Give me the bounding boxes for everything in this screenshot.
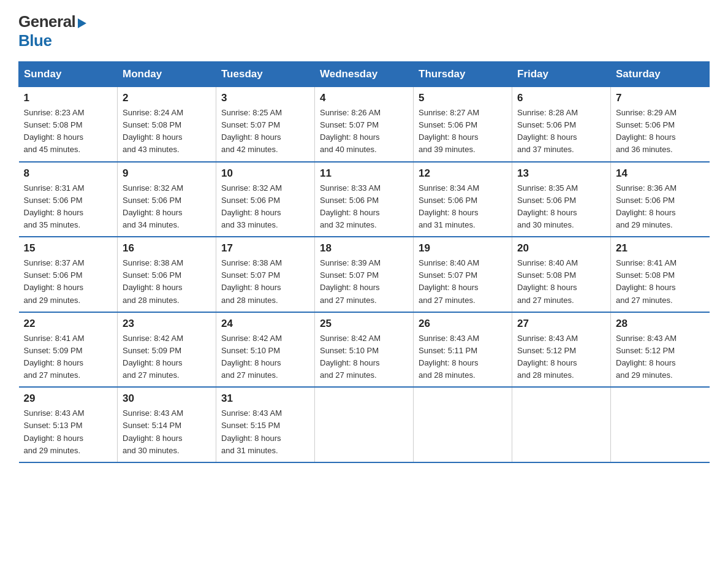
calendar-day-cell: 8 Sunrise: 8:31 AM Sunset: 5:06 PM Dayli… [19, 162, 118, 237]
day-info: Sunrise: 8:41 AM Sunset: 5:08 PM Dayligh… [616, 257, 705, 307]
calendar-week-row: 1 Sunrise: 8:23 AM Sunset: 5:08 PM Dayli… [19, 87, 710, 162]
calendar-day-cell: 26 Sunrise: 8:43 AM Sunset: 5:11 PM Dayl… [414, 312, 512, 388]
day-number: 12 [419, 167, 507, 180]
day-number: 3 [221, 92, 309, 104]
calendar-day-cell: 22 Sunrise: 8:41 AM Sunset: 5:09 PM Dayl… [19, 312, 118, 388]
day-number: 31 [221, 393, 309, 405]
day-of-week-header: Saturday [611, 62, 710, 87]
calendar-day-cell: 14 Sunrise: 8:36 AM Sunset: 5:06 PM Dayl… [611, 162, 710, 237]
day-info: Sunrise: 8:43 AM Sunset: 5:15 PM Dayligh… [221, 407, 309, 457]
day-number: 23 [123, 318, 211, 330]
calendar-day-cell: 27 Sunrise: 8:43 AM Sunset: 5:12 PM Dayl… [512, 312, 611, 388]
day-number: 20 [517, 242, 605, 255]
day-info: Sunrise: 8:34 AM Sunset: 5:06 PM Dayligh… [419, 182, 507, 232]
calendar-day-cell: 7 Sunrise: 8:29 AM Sunset: 5:06 PM Dayli… [611, 87, 710, 162]
day-info: Sunrise: 8:33 AM Sunset: 5:06 PM Dayligh… [320, 182, 408, 232]
day-number: 9 [123, 167, 211, 180]
calendar-day-cell: 2 Sunrise: 8:24 AM Sunset: 5:08 PM Dayli… [118, 87, 216, 162]
day-number: 21 [616, 242, 705, 255]
day-number: 1 [24, 92, 113, 104]
day-info: Sunrise: 8:42 AM Sunset: 5:10 PM Dayligh… [320, 332, 408, 382]
day-info: Sunrise: 8:36 AM Sunset: 5:06 PM Dayligh… [616, 182, 705, 232]
calendar-header-row: SundayMondayTuesdayWednesdayThursdayFrid… [19, 62, 710, 87]
day-of-week-header: Sunday [19, 62, 118, 87]
day-number: 4 [320, 92, 408, 104]
logo-blue-text: Blue [18, 31, 51, 50]
day-number: 5 [419, 92, 507, 104]
svg-marker-0 [78, 18, 86, 28]
day-info: Sunrise: 8:43 AM Sunset: 5:13 PM Dayligh… [24, 407, 113, 457]
day-number: 25 [320, 318, 408, 330]
day-number: 2 [123, 92, 211, 104]
day-number: 27 [517, 318, 605, 330]
day-number: 16 [123, 242, 211, 255]
day-number: 30 [123, 393, 211, 405]
day-number: 26 [419, 318, 507, 330]
calendar-day-cell: 10 Sunrise: 8:32 AM Sunset: 5:06 PM Dayl… [216, 162, 315, 237]
day-info: Sunrise: 8:27 AM Sunset: 5:06 PM Dayligh… [419, 107, 507, 156]
calendar-week-row: 22 Sunrise: 8:41 AM Sunset: 5:09 PM Dayl… [19, 312, 710, 388]
calendar-day-cell [315, 387, 414, 462]
day-info: Sunrise: 8:40 AM Sunset: 5:07 PM Dayligh… [419, 257, 507, 307]
day-info: Sunrise: 8:42 AM Sunset: 5:09 PM Dayligh… [123, 332, 211, 382]
day-info: Sunrise: 8:31 AM Sunset: 5:06 PM Dayligh… [24, 182, 113, 232]
day-info: Sunrise: 8:39 AM Sunset: 5:07 PM Dayligh… [320, 257, 408, 307]
day-number: 17 [221, 242, 309, 255]
calendar-day-cell: 18 Sunrise: 8:39 AM Sunset: 5:07 PM Dayl… [315, 237, 414, 312]
logo-triangle-icon [77, 16, 88, 28]
calendar-week-row: 15 Sunrise: 8:37 AM Sunset: 5:06 PM Dayl… [19, 237, 710, 312]
day-info: Sunrise: 8:26 AM Sunset: 5:07 PM Dayligh… [320, 107, 408, 156]
logo: General Blue [18, 12, 88, 50]
day-info: Sunrise: 8:43 AM Sunset: 5:14 PM Dayligh… [123, 407, 211, 457]
day-info: Sunrise: 8:38 AM Sunset: 5:07 PM Dayligh… [221, 257, 309, 307]
calendar-day-cell: 17 Sunrise: 8:38 AM Sunset: 5:07 PM Dayl… [216, 237, 315, 312]
calendar-day-cell: 9 Sunrise: 8:32 AM Sunset: 5:06 PM Dayli… [118, 162, 216, 237]
day-number: 18 [320, 242, 408, 255]
calendar-day-cell: 4 Sunrise: 8:26 AM Sunset: 5:07 PM Dayli… [315, 87, 414, 162]
calendar-day-cell: 21 Sunrise: 8:41 AM Sunset: 5:08 PM Dayl… [611, 237, 710, 312]
calendar-table: SundayMondayTuesdayWednesdayThursdayFrid… [18, 61, 710, 463]
day-info: Sunrise: 8:42 AM Sunset: 5:10 PM Dayligh… [221, 332, 309, 382]
calendar-day-cell: 23 Sunrise: 8:42 AM Sunset: 5:09 PM Dayl… [118, 312, 216, 388]
calendar-day-cell: 30 Sunrise: 8:43 AM Sunset: 5:14 PM Dayl… [118, 387, 216, 462]
day-number: 13 [517, 167, 605, 180]
calendar-day-cell: 15 Sunrise: 8:37 AM Sunset: 5:06 PM Dayl… [19, 237, 118, 312]
day-info: Sunrise: 8:43 AM Sunset: 5:11 PM Dayligh… [419, 332, 507, 382]
day-number: 22 [24, 318, 113, 330]
day-number: 7 [616, 92, 705, 104]
day-number: 28 [616, 318, 705, 330]
day-info: Sunrise: 8:40 AM Sunset: 5:08 PM Dayligh… [517, 257, 605, 307]
day-info: Sunrise: 8:28 AM Sunset: 5:06 PM Dayligh… [517, 107, 605, 156]
day-number: 24 [221, 318, 309, 330]
day-number: 11 [320, 167, 408, 180]
day-number: 14 [616, 167, 705, 180]
day-info: Sunrise: 8:38 AM Sunset: 5:06 PM Dayligh… [123, 257, 211, 307]
day-number: 8 [24, 167, 113, 180]
calendar-day-cell: 19 Sunrise: 8:40 AM Sunset: 5:07 PM Dayl… [414, 237, 512, 312]
calendar-week-row: 29 Sunrise: 8:43 AM Sunset: 5:13 PM Dayl… [19, 387, 710, 462]
calendar-day-cell [512, 387, 611, 462]
day-number: 10 [221, 167, 309, 180]
calendar-day-cell: 6 Sunrise: 8:28 AM Sunset: 5:06 PM Dayli… [512, 87, 611, 162]
calendar-day-cell: 5 Sunrise: 8:27 AM Sunset: 5:06 PM Dayli… [414, 87, 512, 162]
calendar-day-cell: 1 Sunrise: 8:23 AM Sunset: 5:08 PM Dayli… [19, 87, 118, 162]
calendar-day-cell: 12 Sunrise: 8:34 AM Sunset: 5:06 PM Dayl… [414, 162, 512, 237]
calendar-day-cell: 25 Sunrise: 8:42 AM Sunset: 5:10 PM Dayl… [315, 312, 414, 388]
day-info: Sunrise: 8:32 AM Sunset: 5:06 PM Dayligh… [221, 182, 309, 232]
calendar-day-cell: 3 Sunrise: 8:25 AM Sunset: 5:07 PM Dayli… [216, 87, 315, 162]
day-info: Sunrise: 8:43 AM Sunset: 5:12 PM Dayligh… [517, 332, 605, 382]
day-number: 29 [24, 393, 113, 405]
day-info: Sunrise: 8:23 AM Sunset: 5:08 PM Dayligh… [24, 107, 113, 156]
day-of-week-header: Tuesday [216, 62, 315, 87]
logo-general-text: General [18, 12, 75, 31]
calendar-day-cell: 20 Sunrise: 8:40 AM Sunset: 5:08 PM Dayl… [512, 237, 611, 312]
day-of-week-header: Monday [118, 62, 216, 87]
day-info: Sunrise: 8:29 AM Sunset: 5:06 PM Dayligh… [616, 107, 705, 156]
calendar-day-cell [611, 387, 710, 462]
calendar-week-row: 8 Sunrise: 8:31 AM Sunset: 5:06 PM Dayli… [19, 162, 710, 237]
day-number: 19 [419, 242, 507, 255]
day-info: Sunrise: 8:25 AM Sunset: 5:07 PM Dayligh… [221, 107, 309, 156]
calendar-day-cell: 24 Sunrise: 8:42 AM Sunset: 5:10 PM Dayl… [216, 312, 315, 388]
page-header: General Blue [18, 12, 710, 50]
calendar-day-cell: 16 Sunrise: 8:38 AM Sunset: 5:06 PM Dayl… [118, 237, 216, 312]
